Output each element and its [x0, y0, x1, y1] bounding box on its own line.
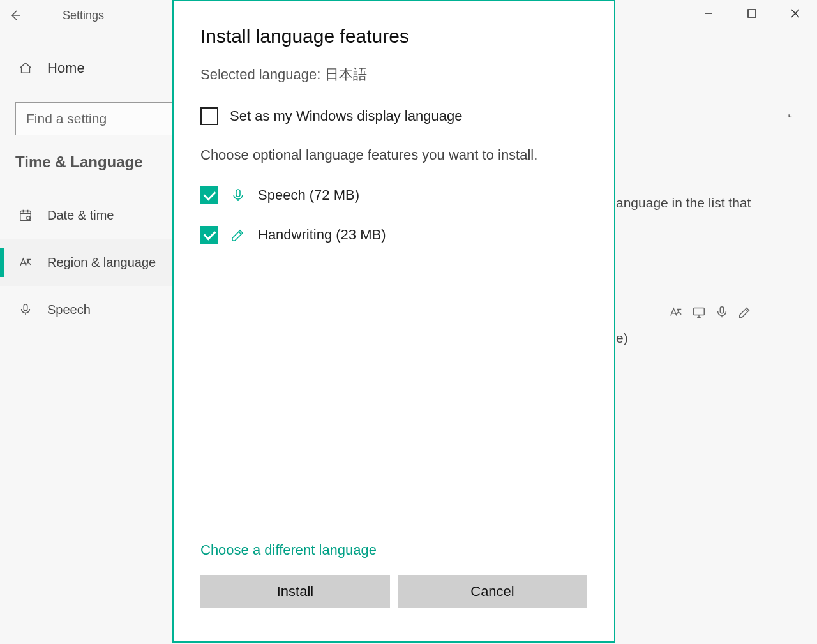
sidebar-nav: Date & time Region & language Speech — [0, 191, 191, 333]
home-icon — [18, 61, 33, 75]
calendar-clock-icon — [18, 208, 33, 222]
background-text: anguage in the list that — [616, 195, 751, 211]
search-placeholder: Find a setting — [26, 111, 107, 126]
display-language-label: Set as my Windows display language — [230, 108, 462, 124]
chevron-down-icon: ⌄ — [784, 107, 798, 122]
display-icon — [692, 305, 706, 319]
sidebar-item-date-time[interactable]: Date & time — [0, 191, 191, 239]
install-language-dialog: Install language features Selected langu… — [172, 0, 615, 643]
sidebar-item-speech[interactable]: Speech — [0, 286, 191, 333]
sidebar-item-region-language[interactable]: Region & language — [0, 239, 191, 286]
sidebar-item-home[interactable]: Home — [0, 51, 172, 86]
language-icon — [18, 255, 33, 269]
cancel-button[interactable]: Cancel — [398, 575, 587, 608]
feature-icons — [669, 305, 752, 319]
sidebar-item-label: Region & language — [47, 255, 156, 270]
sidebar-home-label: Home — [47, 60, 85, 77]
feature-speech-checkbox[interactable] — [200, 186, 218, 204]
feature-speech-label: Speech (72 MB) — [258, 187, 359, 204]
background-text-2: e) — [616, 331, 628, 346]
dialog-title: Install language features — [200, 26, 587, 47]
svg-rect-4 — [748, 10, 756, 17]
sidebar-item-label: Date & time — [47, 208, 114, 223]
sidebar: Home — [0, 51, 172, 86]
display-language-checkbox[interactable] — [200, 107, 218, 125]
choose-different-language-link[interactable]: Choose a different language — [200, 542, 377, 558]
language-icon — [669, 305, 683, 319]
minimize-button[interactable] — [687, 0, 730, 27]
mic-icon — [230, 188, 246, 203]
handwriting-icon — [738, 305, 752, 319]
selected-language-label: Selected language: — [200, 66, 320, 82]
back-button[interactable] — [0, 0, 31, 31]
handwriting-icon — [230, 227, 246, 243]
mic-icon — [18, 303, 33, 317]
selected-language-value: 日本語 — [325, 66, 367, 82]
sidebar-category: Time & Language — [15, 153, 143, 171]
feature-handwriting-label: Handwriting (23 MB) — [258, 227, 386, 243]
close-button[interactable] — [774, 0, 817, 27]
feature-handwriting-row[interactable]: Handwriting (23 MB) — [200, 226, 587, 244]
feature-speech-row[interactable]: Speech (72 MB) — [200, 186, 587, 204]
sidebar-item-label: Speech — [47, 303, 91, 317]
maximize-button[interactable] — [730, 0, 774, 27]
feature-handwriting-checkbox[interactable] — [200, 226, 218, 244]
window-controls — [687, 0, 817, 27]
install-button[interactable]: Install — [200, 575, 390, 608]
selected-language-line: Selected language: 日本語 — [200, 65, 587, 84]
dialog-instruction: Choose optional language features you wa… — [200, 147, 587, 163]
window-title: Settings — [63, 9, 104, 22]
mic-icon — [715, 305, 729, 319]
display-language-row[interactable]: Set as my Windows display language — [200, 107, 587, 125]
dialog-buttons: Install Cancel — [200, 575, 587, 608]
